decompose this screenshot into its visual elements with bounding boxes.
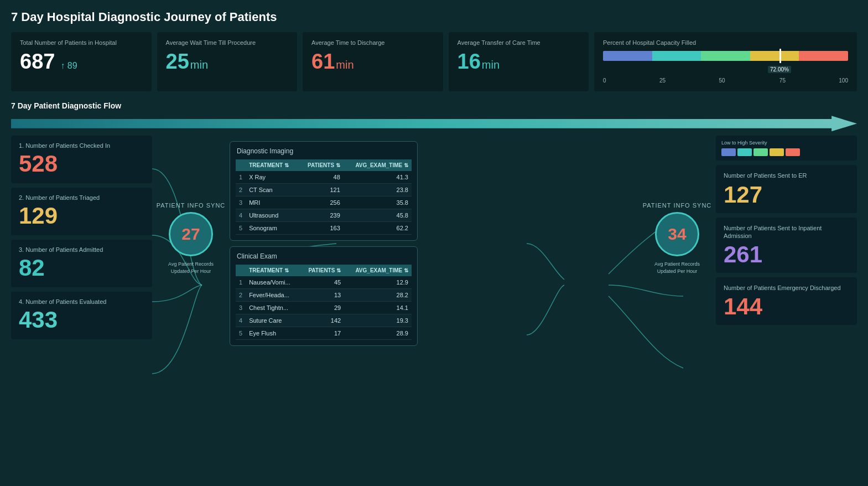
di-idx: 3 xyxy=(236,197,246,209)
sync-right-block: PATIENT INFO SYNC 34 Avg Patient Records… xyxy=(638,136,716,275)
di-patients: 48 xyxy=(299,171,344,184)
stat-checked-in: 1. Number of Patients Checked In 528 xyxy=(11,136,152,183)
di-idx: 1 xyxy=(236,171,246,184)
clinical-exam-table: TREATMENT ⇅ PATIENTS ⇅ AVG_EXAM_TIME ⇅ 1… xyxy=(236,265,412,340)
kpi-wait-value: 25 xyxy=(166,51,189,72)
ce-patients: 29 xyxy=(300,302,344,314)
page-title: 7 Day Hospital Diagnostic Journey of Pat… xyxy=(11,10,857,24)
stat-inpatient-label: Number of Patients Sent to Inpatient Adm… xyxy=(724,224,849,240)
center-tables: Diagnostic Imaging TREATMENT ⇅ PATIENTS … xyxy=(230,136,638,346)
ce-treatment: Eye Flush xyxy=(246,327,300,340)
right-panel: Low to High Severity Number of Patients … xyxy=(716,136,857,325)
swatch-5 xyxy=(786,148,800,156)
capacity-seg-4 xyxy=(750,51,799,61)
swatch-3 xyxy=(753,148,768,156)
di-patients: 163 xyxy=(299,222,344,235)
ce-idx: 1 xyxy=(236,276,246,289)
sync-left-block: PATIENT INFO SYNC 27 Avg Patient Records… xyxy=(152,136,230,275)
ce-col-avg: AVG_EXAM_TIME ⇅ xyxy=(344,265,412,276)
stat-emergency-discharged: Number of Patients Emergency Discharged … xyxy=(716,277,857,325)
stat-admitted-value: 82 xyxy=(19,256,144,280)
clinical-exam-panel: Clinical Exam TREATMENT ⇅ PATIENTS ⇅ AVG… xyxy=(230,246,418,346)
di-patients: 256 xyxy=(299,197,344,209)
severity-swatches xyxy=(721,148,851,156)
capacity-seg-3 xyxy=(701,51,750,61)
stat-er-label: Number of Patients Sent to ER xyxy=(724,172,849,179)
swatch-2 xyxy=(737,148,752,156)
di-row: 4 Ultrasound 239 45.8 xyxy=(236,209,412,222)
di-patients: 121 xyxy=(299,184,344,197)
flow-section: 7 Day Patient Diagnostic Flow xyxy=(11,101,857,131)
kpi-total-patients: Total Number of Patients in Hospital 687… xyxy=(11,32,152,91)
axis-75: 75 xyxy=(779,77,786,84)
kpi-transfer-unit: min xyxy=(482,59,500,71)
stat-emergency-value: 144 xyxy=(724,295,849,318)
ce-row: 1 Nausea/Vomi... 45 12.9 xyxy=(236,276,412,289)
stat-er-value: 127 xyxy=(724,183,849,206)
capacity-value-label: 72.00% xyxy=(768,66,791,73)
flow-arrow xyxy=(11,116,857,131)
sync-right-number: 34 xyxy=(668,226,686,242)
di-col-patients: PATIENTS ⇅ xyxy=(299,159,344,171)
diagnostic-imaging-panel: Diagnostic Imaging TREATMENT ⇅ PATIENTS … xyxy=(230,141,418,241)
di-avg: 23.8 xyxy=(344,184,412,197)
ce-treatment: Chest Tightn... xyxy=(246,302,300,314)
ce-patients: 142 xyxy=(300,314,344,327)
kpi-discharge-label: Average Time to Discharge xyxy=(311,39,434,46)
di-col-idx xyxy=(236,159,246,171)
ce-col-treatment: TREATMENT ⇅ xyxy=(246,265,300,276)
ce-row: 3 Chest Tightn... 29 14.1 xyxy=(236,302,412,314)
flow-arrow-row xyxy=(11,116,857,131)
stat-emergency-label: Number of Patients Emergency Discharged xyxy=(724,284,849,292)
di-avg: 45.8 xyxy=(344,209,412,222)
ce-row: 5 Eye Flush 17 28.9 xyxy=(236,327,412,340)
ce-header-row: TREATMENT ⇅ PATIENTS ⇅ AVG_EXAM_TIME ⇅ xyxy=(236,265,412,276)
di-treatment: CT Scan xyxy=(246,184,299,197)
sync-left-circle: 27 xyxy=(169,212,213,256)
capacity-bar: 72.00% xyxy=(603,51,848,61)
di-avg: 41.3 xyxy=(344,171,412,184)
stat-evaluated-label: 4. Number of Patients Evaluated xyxy=(19,298,144,305)
capacity-axis: 0 25 50 75 100 xyxy=(603,77,848,84)
di-treatment: Ultrasound xyxy=(246,209,299,222)
sync-left-sub: Avg Patient Records Updated Per Hour xyxy=(168,261,214,275)
di-col-treatment: TREATMENT ⇅ xyxy=(246,159,299,171)
flow-main: 1. Number of Patients Checked In 528 2. … xyxy=(11,136,857,435)
sync-right-label: PATIENT INFO SYNC xyxy=(643,202,712,209)
ce-patients: 17 xyxy=(300,327,344,340)
ce-patients: 13 xyxy=(300,289,344,302)
di-idx: 5 xyxy=(236,222,246,235)
di-idx: 4 xyxy=(236,209,246,222)
stat-checked-label: 1. Number of Patients Checked In xyxy=(19,142,144,149)
stat-er: Number of Patients Sent to ER 127 xyxy=(716,165,857,213)
ce-col-idx xyxy=(236,265,246,276)
ce-row: 2 Fever/Heada... 13 28.2 xyxy=(236,289,412,302)
stat-admitted-label: 3. Number of Patients Admitted xyxy=(19,246,144,253)
axis-0: 0 xyxy=(603,77,606,84)
di-idx: 2 xyxy=(236,184,246,197)
capacity-seg-2 xyxy=(652,51,701,61)
stat-triaged-label: 2. Number of Patients Triaged xyxy=(19,194,144,201)
ce-idx: 4 xyxy=(236,314,246,327)
di-treatment: Sonogram xyxy=(246,222,299,235)
di-treatment: MRI xyxy=(246,197,299,209)
kpi-wait-unit: min xyxy=(190,59,208,71)
clinical-exam-body: 1 Nausea/Vomi... 45 12.9 2 Fever/Heada..… xyxy=(236,276,412,340)
kpi-capacity-label: Percent of Hospital Capacity Filled xyxy=(603,39,848,46)
ce-treatment: Fever/Heada... xyxy=(246,289,300,302)
capacity-marker xyxy=(779,49,781,63)
kpi-avg-wait: Average Wait Time Till Procedure 25 min xyxy=(157,32,298,91)
kpi-discharge-value: 61 xyxy=(311,51,335,72)
di-header-row: TREATMENT ⇅ PATIENTS ⇅ AVG_EXAM_TIME ⇅ xyxy=(236,159,412,171)
stat-admitted: 3. Number of Patients Admitted 82 xyxy=(11,240,152,287)
kpi-row: Total Number of Patients in Hospital 687… xyxy=(11,32,857,91)
di-avg: 35.8 xyxy=(344,197,412,209)
axis-25: 25 xyxy=(659,77,666,84)
sync-right-circle: 34 xyxy=(655,212,699,256)
ce-patients: 45 xyxy=(300,276,344,289)
ce-treatment: Suture Care xyxy=(246,314,300,327)
severity-legend: Low to High Severity xyxy=(716,136,857,161)
kpi-avg-discharge: Average Time to Discharge 61 min xyxy=(303,32,443,91)
di-row: 3 MRI 256 35.8 xyxy=(236,197,412,209)
di-row: 5 Sonogram 163 62.2 xyxy=(236,222,412,235)
